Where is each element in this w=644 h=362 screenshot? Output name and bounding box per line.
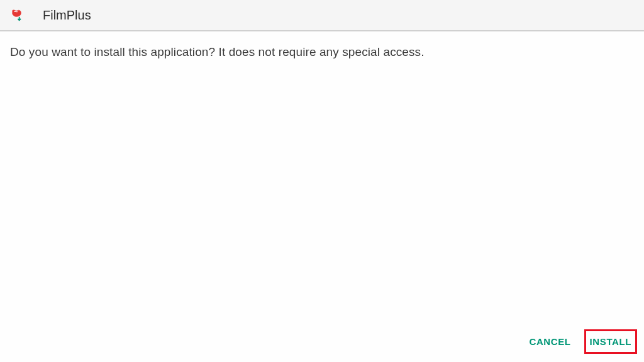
app-title: FilmPlus <box>43 8 91 23</box>
install-message: Do you want to install this application?… <box>10 45 634 59</box>
installer-header: FilmPlus <box>0 0 644 31</box>
cancel-button[interactable]: CANCEL <box>524 330 575 353</box>
filmplus-icon <box>10 8 24 22</box>
installer-footer: CANCEL INSTALL <box>0 327 644 362</box>
install-button[interactable]: INSTALL <box>586 331 635 352</box>
installer-content: Do you want to install this application?… <box>0 31 644 327</box>
